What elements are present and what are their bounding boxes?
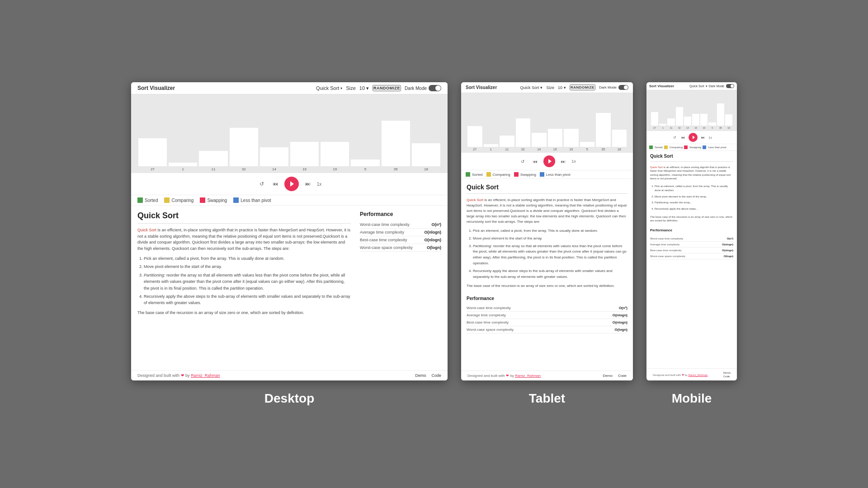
less-than-pivot-dot xyxy=(233,197,239,203)
bar xyxy=(564,129,579,147)
tablet-demo-link[interactable]: Demo xyxy=(603,374,613,378)
mobile-perf-row-0: Worst-case time complexity O(n²) xyxy=(650,236,733,242)
bar-label: 35 xyxy=(394,167,398,171)
bar-item: 1 xyxy=(484,144,499,151)
size-select[interactable]: 10 ▾ xyxy=(359,85,369,91)
mobile-legend-swapping: Swapping xyxy=(684,145,701,149)
bar-label: 14 xyxy=(537,148,541,151)
tablet-step-1: Pick an element, called a pivot, from th… xyxy=(473,228,627,234)
tablet-left-content: Quick Sort Quick Sort is an efficient, i… xyxy=(467,183,627,292)
desc-body: is an efficient, in-place sorting algori… xyxy=(137,228,350,251)
tablet-chart-area: 271113214191953518 xyxy=(461,93,633,153)
bar-item: 18 xyxy=(612,130,627,151)
bar-label: 5 xyxy=(586,148,588,151)
tablet-code-link[interactable]: Code xyxy=(618,374,627,378)
bar-label: 18 xyxy=(727,127,730,129)
bar xyxy=(548,129,563,147)
bar xyxy=(138,138,167,166)
bar xyxy=(700,114,708,126)
quick-sort-link[interactable]: Quick Sort xyxy=(137,228,156,232)
bar-item: 14 xyxy=(532,133,547,151)
tablet-steps-list: Pick an element, called a pivot, from th… xyxy=(467,228,627,280)
tablet-step-forward-button[interactable]: ⏭ xyxy=(559,157,568,166)
dark-mode-toggle[interactable]: Dark Mode xyxy=(405,85,441,91)
bar-label: 1 xyxy=(490,148,492,151)
perf-value-2: O(nlogn) xyxy=(425,238,442,242)
tablet-randomize-button[interactable]: RANDOMIZE xyxy=(570,84,595,90)
tablet-app-title: Sort Visualizer xyxy=(466,85,497,90)
tablet-header-controls: Quick Sort ▾ Size 10 ▾ RANDOMIZE Dark Mo… xyxy=(520,84,628,90)
tablet-restart-button[interactable]: ↺ xyxy=(518,157,527,166)
tablet-step-back-button[interactable]: ⏮ xyxy=(531,157,540,166)
restart-button[interactable]: ↺ xyxy=(257,179,266,188)
mobile-restart-button[interactable]: ↺ xyxy=(671,134,678,141)
tablet-quick-sort-link[interactable]: Quick Sort xyxy=(467,198,483,202)
size-label: Size xyxy=(346,85,355,91)
bar xyxy=(676,107,683,126)
sort-select-label: Quick Sort xyxy=(316,85,339,91)
tablet-legend: Sorted Comparing Swapping Less than pivo… xyxy=(461,170,633,179)
bar-item: 27 xyxy=(467,126,482,151)
toggle-knob xyxy=(435,85,441,91)
size-value: 10 xyxy=(359,85,365,91)
bar-item: 18 xyxy=(412,143,440,171)
tablet-perf-row-0: Worst-case time complexity O(n²) xyxy=(467,305,627,312)
mobile-base-case: The base case of the recursion is an arr… xyxy=(650,215,733,223)
mobile-steps-list: Pick an element, called a pivot, from th… xyxy=(650,184,733,211)
legend-swapping: Swapping xyxy=(200,197,227,203)
perf-row-3: Worst-case space complexity O(logn) xyxy=(360,244,441,252)
bar xyxy=(412,143,440,166)
tablet-legend-sorted: Sorted xyxy=(466,172,483,177)
mobile-frame: Sort Visualizer Quick Sort ▾ Dark Mode xyxy=(646,82,737,380)
code-link[interactable]: Code xyxy=(431,373,441,378)
mobile-quick-sort-link[interactable]: Quick Sort xyxy=(650,166,663,169)
bar-label: 14 xyxy=(686,127,689,129)
mobile-play-button[interactable] xyxy=(689,133,698,142)
tablet-size-select[interactable]: 10 ▾ xyxy=(558,85,566,90)
play-button[interactable] xyxy=(284,177,299,191)
randomize-button[interactable]: RANDOMIZE xyxy=(373,85,401,91)
sorted-label: Sorted xyxy=(145,198,158,203)
mobile-code-link[interactable]: Code xyxy=(723,375,731,378)
tablet-performance-table: Worst-case time complexity O(n²) Average… xyxy=(467,305,627,333)
mobile-header-controls: Quick Sort ▾ Dark Mode xyxy=(689,84,734,88)
playback-controls: ↺ ⏮ ⏭ 1x xyxy=(131,173,448,195)
tablet-toggle-switch[interactable] xyxy=(618,85,628,90)
mobile-toggle-switch[interactable] xyxy=(726,84,734,88)
mobile-step-3: Partitioning: reorder the array... xyxy=(655,201,733,205)
sort-select[interactable]: Quick Sort ▾ xyxy=(316,85,342,91)
demo-link[interactable]: Demo xyxy=(415,373,426,378)
tablet-play-button[interactable] xyxy=(543,155,555,167)
bar-label: 19 xyxy=(703,127,706,129)
tablet-dark-mode-toggle[interactable]: Dark Mode xyxy=(599,85,628,90)
bar xyxy=(692,114,699,126)
size-arrow: ▾ xyxy=(366,85,369,91)
author-link[interactable]: Ramiz_Rahman xyxy=(191,373,220,378)
bar xyxy=(382,121,410,166)
mobile-comparing-dot xyxy=(664,145,668,149)
mobile-footer-text: Designed and built with ❤ by Ramiz_Rahma… xyxy=(653,373,708,376)
mobile-bars-container: 271113214191953518 xyxy=(648,93,735,129)
mobile-author-link[interactable]: Ramiz_Rahman xyxy=(688,374,708,376)
mobile-dark-mode-toggle[interactable]: Dark Mode xyxy=(709,84,734,88)
tablet-playback-controls: ↺ ⏮ ⏭ 1x xyxy=(461,153,633,170)
mobile-demo-link[interactable]: Demo xyxy=(723,371,731,374)
mobile-step-back-button[interactable]: ⏮ xyxy=(680,134,686,141)
step-forward-button[interactable]: ⏭ xyxy=(303,179,312,188)
toggle-switch[interactable] xyxy=(429,85,441,91)
mobile-step-forward-button[interactable]: ⏭ xyxy=(700,134,706,141)
base-case: The base case of the recursion is an arr… xyxy=(137,310,351,316)
tablet-toggle-knob xyxy=(624,85,628,89)
bar xyxy=(500,136,514,147)
mobile-performance-table: Worst-case time complexity O(n²) Average… xyxy=(650,236,733,259)
tablet-author-link[interactable]: Ramiz_Rahman xyxy=(515,374,541,378)
step-back-button[interactable]: ⏮ xyxy=(271,179,280,188)
bar xyxy=(612,130,627,147)
bar-item: 27 xyxy=(138,138,167,171)
mobile-sort-select[interactable]: Quick Sort ▾ xyxy=(689,84,708,88)
tablet-sort-select[interactable]: Quick Sort ▾ xyxy=(520,85,542,90)
legend-sorted: Sorted xyxy=(137,197,158,203)
bar-item: 18 xyxy=(725,114,732,129)
bar-label: 11 xyxy=(212,167,216,171)
mobile-legend-comparing: Comparing xyxy=(664,145,683,149)
